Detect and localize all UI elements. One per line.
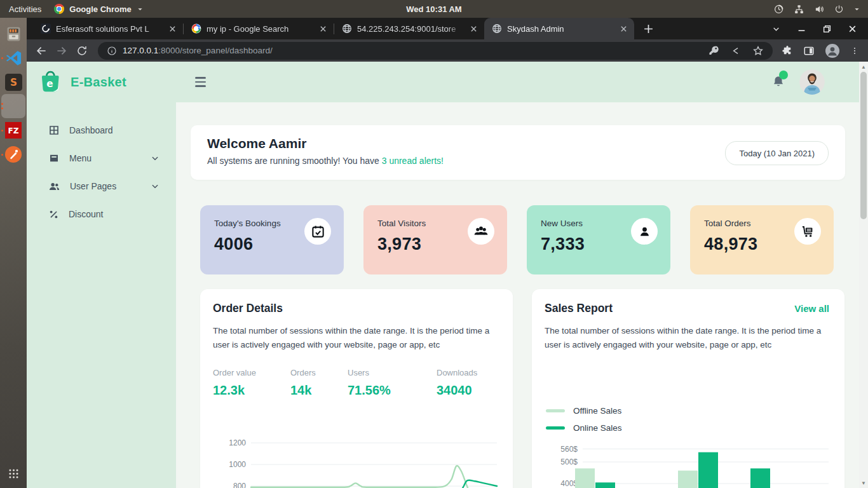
tab-close-icon[interactable] (167, 24, 178, 34)
chevron-down-icon (151, 182, 159, 191)
percent-icon (48, 209, 59, 220)
unread-alerts-link[interactable]: 3 unread alerts! (382, 156, 444, 166)
sidebar-item-label: Dashboard (69, 125, 113, 135)
dock-items: SFZ (0, 22, 27, 166)
tab-1[interactable]: Esferasoft solutions Pvt L (33, 18, 183, 39)
side-panel-icon[interactable] (803, 45, 815, 57)
tab-title: my ip - Google Search (207, 24, 313, 34)
dock-postman-icon[interactable] (1, 142, 25, 166)
order-stat-value: 14k (290, 383, 348, 398)
share-icon[interactable] (731, 46, 741, 56)
stat-card-today-s-bookings[interactable]: Today's Bookings4006 (200, 205, 344, 274)
dock-chrome-icon[interactable] (1, 94, 25, 118)
scroll-up-arrow[interactable]: ▲ (859, 62, 868, 71)
legend-item: Offline Sales (546, 402, 622, 419)
site-info-icon[interactable] (107, 46, 117, 56)
tab-title: Esferasoft solutions Pvt L (56, 24, 162, 34)
reload-button[interactable] (72, 41, 92, 60)
stat-card-new-users[interactable]: New Users7,333 (527, 205, 670, 274)
tab-4[interactable]: Skydash Admin (484, 18, 634, 39)
users-icon (48, 180, 60, 193)
system-tray[interactable] (773, 4, 868, 15)
welcome-card: Welcome Aamir All systems are running sm… (191, 125, 845, 180)
sales-legend: Offline SalesOnline Sales (546, 402, 622, 437)
tab-3[interactable]: 54.225.243.254:9001/store (334, 18, 484, 39)
history-clock-icon[interactable] (773, 4, 784, 15)
stat-cards-row: Today's Bookings4006Total Visitors3,973N… (200, 205, 834, 274)
tab-close-icon[interactable] (618, 24, 629, 34)
address-bar[interactable]: 127.0.0.1:8000/store_panel/dashboard/ (98, 42, 773, 60)
order-stat-label: Order value (213, 368, 290, 377)
power-icon[interactable] (834, 4, 844, 14)
tab-title: Skydash Admin (507, 24, 613, 34)
app-menu-label: Google Chrome (69, 4, 132, 14)
dock-sublime-text-icon[interactable]: S (1, 70, 25, 94)
minimize-button[interactable] (797, 25, 806, 33)
tab-close-icon[interactable] (468, 24, 479, 34)
user-avatar[interactable] (799, 69, 825, 95)
sublime-text-icon: S (5, 74, 22, 91)
tab-search-chevron-icon[interactable] (772, 25, 780, 33)
main-content: Welcome Aamir All systems are running sm… (176, 102, 859, 488)
sales-report-description: The total number of sessions within the … (545, 324, 832, 352)
page-scrollbar[interactable]: ▲ ▼ (859, 62, 868, 488)
sidebar-item-user-pages[interactable]: User Pages (27, 172, 176, 200)
globe-favicon-icon (492, 24, 502, 34)
app-menu-button[interactable]: Google Chrome (54, 4, 144, 14)
extensions-icon[interactable] (782, 45, 793, 57)
notifications-button[interactable] (771, 75, 785, 89)
cart-icon (794, 218, 821, 245)
show-applications-button[interactable] (1, 461, 25, 485)
tab-title: 54.225.243.254:9001/store (357, 24, 463, 34)
tab-2[interactable]: my ip - Google Search (184, 18, 334, 39)
close-button[interactable] (848, 25, 857, 33)
sales-report-bar-chart: 560$500$400$ (545, 438, 832, 488)
ebasket-logo-icon: e (37, 68, 64, 96)
order-stats: Order value12.3kOrders14kUsers71.56%Down… (213, 368, 500, 398)
new-tab-button[interactable] (639, 20, 657, 37)
sidebar-item-discount[interactable]: Discount (27, 200, 176, 228)
stat-card-total-orders[interactable]: Total Orders48,973 (690, 205, 834, 274)
date-filter-button[interactable]: Today (10 Jan 2021) (725, 141, 829, 165)
bookmark-star-icon[interactable] (752, 45, 764, 57)
restore-button[interactable] (823, 25, 831, 33)
running-indicator (1, 142, 3, 166)
order-details-title: Order Details (213, 302, 500, 315)
view-all-link[interactable]: View all (794, 303, 829, 314)
page-viewport: e E-Basket DashboardMenuUser PagesDiscou… (27, 62, 868, 488)
plus-icon (644, 24, 653, 34)
forward-button[interactable] (52, 41, 71, 60)
browser-menu-icon[interactable] (850, 46, 859, 56)
sidebar-item-label: Discount (69, 209, 103, 219)
clock-button[interactable]: Wed 10:31 AM (406, 4, 461, 14)
legend-swatch (546, 409, 565, 412)
tab-close-icon[interactable] (318, 24, 329, 34)
avatar-photo (799, 69, 825, 95)
back-button[interactable] (32, 41, 51, 60)
dock-vscode-icon[interactable] (1, 46, 25, 70)
dock-file-manager-icon[interactable] (1, 22, 25, 46)
password-key-icon[interactable] (709, 45, 719, 56)
network-icon[interactable] (794, 4, 804, 15)
dock-filezilla-icon[interactable]: FZ (1, 118, 25, 142)
sales-report-title: Sales Report (545, 302, 832, 315)
sidebar-item-label: Menu (69, 153, 92, 163)
browser-window: Esferasoft solutions Pvt Lmy ip - Google… (27, 18, 868, 488)
scrollbar-thumb[interactable] (860, 72, 867, 219)
profile-avatar[interactable] (825, 43, 840, 58)
scroll-down-arrow[interactable]: ▼ (859, 478, 868, 487)
menu-box-icon (48, 152, 60, 164)
volume-icon[interactable] (814, 4, 825, 15)
globe-favicon-icon (342, 24, 352, 34)
app-header: e E-Basket (27, 62, 859, 102)
sidebar-toggle-button[interactable] (195, 77, 206, 86)
activities-button[interactable]: Activities (9, 4, 41, 14)
sidebar-item-menu[interactable]: Menu (27, 144, 176, 172)
sidebar-item-dashboard[interactable]: Dashboard (27, 116, 176, 144)
stat-card-total-visitors[interactable]: Total Visitors3,973 (363, 205, 507, 274)
order-stat-orders: Orders14k (290, 368, 348, 398)
order-details-line-chart: 12001000800 (213, 438, 500, 488)
svg-text:FZ: FZ (8, 126, 18, 135)
esferasoft-favicon-icon (41, 24, 51, 34)
brand[interactable]: e E-Basket (27, 68, 176, 96)
